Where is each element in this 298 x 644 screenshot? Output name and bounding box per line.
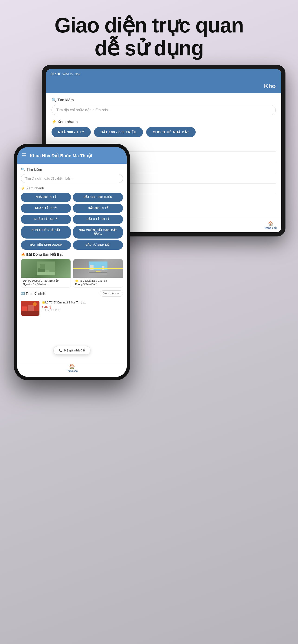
phone-quick-grid: NHÀ 300 - 1 TỶ ĐẤT 100 - 800 TRIỆU NHÀ 1… xyxy=(21,193,123,250)
news-text-0: 🌟Lô TC 5*30m, ngã 3 Mai Thị Lụ... xyxy=(42,301,123,304)
floating-btn-label: Ký gửi nhà đất xyxy=(64,349,85,352)
news-content-0: 🌟Lô TC 5*30m, ngã 3 Mai Thị Lụ... 1,49 t… xyxy=(42,301,123,312)
tablet-quick-label: ⚡ Xem nhanh xyxy=(52,120,276,124)
phone-btn-1[interactable]: ĐẤT 100 - 800 TRIỆU xyxy=(73,193,123,202)
floating-action-button[interactable]: 📞 Ký gửi nhà đất xyxy=(53,346,91,355)
tablet-search-label: 🔍 Tìm kiếm xyxy=(52,98,276,102)
phone-btn-6[interactable]: CHO THUÊ NHÀ ĐẤT xyxy=(21,226,71,238)
phone-featured-section: 🔥 Bất Động Sản Nổi Bật xyxy=(21,252,123,288)
phone-featured-title: 🔥 Bất Động Sản Nổi Bật xyxy=(21,252,123,257)
tablet-btn-dat[interactable]: ĐẤT 100 - 800 TRIỆU xyxy=(94,127,143,137)
svg-rect-12 xyxy=(21,311,40,316)
home-icon: 🏠 xyxy=(268,221,273,226)
phone-home-icon: 🏠 xyxy=(69,364,75,369)
phone-property-card-1[interactable]: 🌟Hạ Giá,Đất Đầu Giá Tân Phong,5*24m,Đườ.… xyxy=(73,259,123,288)
svg-rect-14 xyxy=(28,305,34,311)
phone-btn-8[interactable]: MẶT TIỀN KINH DOANH xyxy=(21,240,71,250)
phone-tab-home[interactable]: 🏠 Trang chủ xyxy=(66,364,78,372)
tablet-time: 01:10 xyxy=(51,72,60,76)
phone-news-section: 🆕 Tin mới nhất Xem thêm → xyxy=(21,290,123,296)
svg-rect-10 xyxy=(102,266,104,270)
svg-rect-4 xyxy=(37,272,55,276)
news-price-0: 1,49 tỷ xyxy=(42,306,123,309)
phone-btn-3[interactable]: ĐẤT 800 - 3 TỶ xyxy=(73,204,123,213)
phone-see-more-btn[interactable]: Xem thêm → xyxy=(100,290,123,296)
tablet-search-input[interactable]: Tìm địa chỉ hoặc đặc điểm bđs... xyxy=(52,105,276,115)
tablet-quick-buttons: NHÀ 300 - 1 TỶ ĐẤT 100 - 800 TRIỆU CHO T… xyxy=(52,127,276,137)
phone-quick-label: ⚡ Xem nhanh xyxy=(21,186,123,190)
phone-btn-9[interactable]: ĐẦU TƯ SINH LỜI xyxy=(73,240,123,250)
phone-news-title: 🆕 Tin mới nhất xyxy=(21,292,46,295)
hero-line2: dễ sử dụng xyxy=(95,37,203,60)
svg-rect-13 xyxy=(22,306,27,311)
hero-line1: Giao diện trực quan xyxy=(55,14,243,37)
phone-btn-4[interactable]: NHÀ 3 TỶ - 50 TỶ xyxy=(21,215,71,224)
tablet-btn-thue[interactable]: CHO THUÊ NHÀ ĐẤT xyxy=(146,127,196,137)
tablet-date: Wed 27 Nov xyxy=(63,72,80,76)
phone-search-label: 🔍 Tìm kiếm xyxy=(21,168,123,172)
phone-btn-7[interactable]: NHÀ VƯỜN, ĐẤT SÀO, ĐẤT RẪY... xyxy=(73,226,123,238)
phone-news-item-0[interactable]: 🌟Lô TC 5*30m, ngã 3 Mai Thị Lụ... 1,49 t… xyxy=(21,298,123,318)
phone-scroll: 🔍 Tìm kiếm Tìm địa chỉ hoặc đặc điểm bđs… xyxy=(17,164,127,362)
tablet-btn-nha[interactable]: NHÀ 300 - 1 TỶ xyxy=(52,127,91,137)
phone-screen: ☰ Khoa Nhà Đất Buôn Ma Thuột 🔍 Tìm kiếm … xyxy=(17,147,127,377)
tablet-title: Kho xyxy=(264,82,276,90)
phone-btn-0[interactable]: NHÀ 300 - 1 TỶ xyxy=(21,193,71,202)
property-image-0 xyxy=(21,259,71,278)
hero-section: Giao diện trực quan dễ sử dụng xyxy=(0,0,298,67)
menu-icon[interactable]: ☰ xyxy=(22,152,27,158)
phone-property-cards: Đất TC 300m2,DT 21*31m,hẻm Nguyễn Du,Gần… xyxy=(21,259,123,288)
svg-rect-9 xyxy=(90,265,94,270)
property-text-1: 🌟Hạ Giá,Đất Đầu Giá Tân Phong,5*24m,Đườ.… xyxy=(73,278,123,288)
phone-btn-2[interactable]: NHÀ 1 TỶ - 3 TỶ xyxy=(21,204,71,213)
svg-rect-8 xyxy=(96,272,101,272)
svg-rect-2 xyxy=(40,264,45,269)
phone-app-title: Khoa Nhà Đất Buôn Ma Thuột xyxy=(30,153,92,158)
property-text-0: Đất TC 300m2,DT 21*31m,hẻm Nguyễn Du,Gần… xyxy=(21,278,71,288)
phone-search-input[interactable]: Tìm địa chỉ hoặc đặc điểm bđs... xyxy=(21,174,123,183)
tablet-nav-home[interactable]: 🏠 Trang chủ xyxy=(264,221,277,230)
phone-body: 🔍 Tìm kiếm Tìm địa chỉ hoặc đặc điểm bđs… xyxy=(17,164,127,362)
news-thumbnail-0 xyxy=(21,301,40,316)
phone-tab-home-label: Trang chủ xyxy=(66,370,78,372)
hero-title: Giao diện trực quan dễ sử dụng xyxy=(19,14,279,60)
phone-bottom-nav: 🏠 Trang chủ xyxy=(17,362,127,377)
svg-point-15 xyxy=(33,302,37,306)
news-date-0: · 17 thg 12 2024 xyxy=(42,309,123,312)
phone-property-card-0[interactable]: Đất TC 300m2,DT 21*31m,hẻm Nguyễn Du,Gần… xyxy=(21,259,71,288)
tablet-status-bar: 01:10 Wed 27 Nov xyxy=(46,69,281,79)
property-image-1 xyxy=(73,259,123,278)
phone-device: ☰ Khoa Nhà Đất Buôn Ma Thuột 🔍 Tìm kiếm … xyxy=(14,144,130,380)
phone-icon: 📞 xyxy=(59,349,63,352)
tablet-header: Kho xyxy=(46,79,281,93)
phone-header: ☰ Khoa Nhà Đất Buôn Ma Thuột xyxy=(17,147,127,164)
phone-frame: ☰ Khoa Nhà Đất Buôn Ma Thuột 🔍 Tìm kiếm … xyxy=(14,144,130,380)
phone-btn-5[interactable]: ĐẤT 3 TỶ - 50 TỶ xyxy=(73,215,123,224)
tablet-nav-home-label: Trang chủ xyxy=(264,226,277,230)
